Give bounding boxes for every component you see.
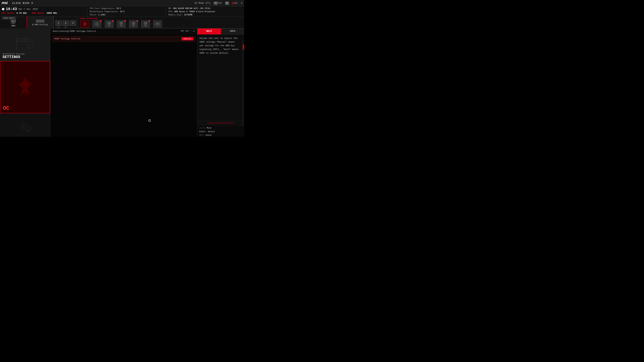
- main-layout: Motherboard settings SETTINGS OC: [0, 28, 244, 137]
- sidebar-item-oc[interactable]: OC: [0, 61, 50, 113]
- usb-label-3: USB: [108, 25, 110, 27]
- usb-label-6: USB: [144, 25, 147, 27]
- search-button[interactable]: 🔍: [225, 2, 229, 5]
- hotkey-move: ↑↓←→: Move: [200, 126, 242, 130]
- svg-rect-30: [108, 23, 110, 24]
- memory-label: Memory Size:: [168, 14, 183, 16]
- svg-rect-40: [17, 38, 30, 39]
- search-icon: 🔍: [225, 2, 229, 5]
- mb-temp-row: Motherboard Temperature: 34°C: [90, 10, 163, 13]
- profile-3-button[interactable]: 3: [70, 20, 76, 26]
- usb-drive-icon-2: [119, 21, 124, 25]
- svg-rect-20: [36, 20, 38, 22]
- ddr-speed-label: DDR Speed: [32, 12, 44, 14]
- cpu-temp-row: CPU Core Temperature: 20°C: [90, 7, 163, 10]
- svg-point-42: [27, 41, 34, 48]
- axmp-icon: [36, 19, 44, 24]
- boot-device-4[interactable]: USB U: [117, 20, 126, 27]
- boot-priority-section: Boot Priority › U ›: [78, 16, 244, 28]
- axmp-selector[interactable]: A-XMP Profile: [27, 16, 54, 28]
- oc-main-label: OC: [3, 105, 9, 111]
- hotkey-area: HOT KEY | ↩: [181, 29, 195, 33]
- cpu-name-value: AMD Ryzen 5 7600X 6-Core Processor: [174, 10, 216, 13]
- svg-point-28: [96, 23, 98, 24]
- usb-badge-4: U: [124, 20, 126, 22]
- boot-device-7[interactable]: [153, 20, 162, 27]
- divider-line: [207, 123, 234, 123]
- svg-rect-32: [120, 23, 122, 24]
- settings-main-label: SETTINGS: [2, 55, 20, 59]
- profile-1-user-badge: 1user: [57, 25, 60, 28]
- boot-device-2[interactable]: U: [92, 20, 101, 27]
- cpu-speed-label: CPU Speed: [2, 12, 14, 14]
- cpu-name-row: CPU: AMD Ryzen 5 7600X 6-Core Processor: [168, 10, 242, 13]
- usb-badge-5: U: [136, 20, 138, 22]
- boot-device-1[interactable]: [80, 20, 89, 27]
- boot-arrow-3: ›: [114, 23, 116, 25]
- back-button[interactable]: ↩: [193, 29, 195, 33]
- svg-rect-24: [44, 20, 44, 22]
- time-display: 16:43: [6, 7, 17, 11]
- panel-tabs: HELP INFO: [198, 28, 244, 34]
- svg-rect-21: [38, 20, 40, 22]
- boot-device-6[interactable]: USB U: [141, 20, 150, 27]
- sidebar-item-settings[interactable]: Motherboard settings SETTINGS: [0, 28, 50, 61]
- breadcrumb-bar: Overclocking\VDDP Voltage Control HOT KE…: [50, 28, 197, 34]
- svg-marker-44: [18, 78, 33, 96]
- top-right-controls: EZ Mode (F7) 📷 F12 🔍 En ×: [195, 1, 242, 5]
- svg-rect-39: [157, 23, 158, 24]
- logo-area: msi CLICK BIOS 5: [2, 0, 33, 6]
- nvme-icon: [155, 22, 160, 26]
- svg-text:msi: msi: [2, 1, 8, 5]
- cpu-label: CPU: [11, 25, 15, 27]
- boot-device-3[interactable]: USB U: [105, 20, 114, 27]
- date-display: Sat 7 Jan, 2023: [18, 8, 38, 10]
- sidebar-item-mflash[interactable]: Use USB to flash BIOS M-FLASH: [0, 113, 50, 137]
- cpu-speed-value: 4.70 GHz: [16, 12, 27, 14]
- lang-indicator: [232, 2, 234, 4]
- ez-mode-label[interactable]: EZ Mode (F7): [195, 2, 210, 4]
- svg-rect-34: [133, 23, 134, 24]
- language-label: En: [235, 2, 238, 4]
- help-tab[interactable]: HELP: [198, 28, 221, 34]
- profile-1-button[interactable]: 1 1user: [55, 20, 62, 26]
- mb-label: MB:: [168, 7, 172, 10]
- breadcrumb: Overclocking\VDDP Voltage Control: [53, 30, 96, 32]
- hotkey-label: HOT KEY: [181, 30, 189, 32]
- top-bar: msi CLICK BIOS 5 EZ Mode (F7) 📷 F12 🔍 En…: [0, 0, 244, 6]
- scrollbar[interactable]: [242, 39, 244, 126]
- settings-content: VDDP Voltage Control [Auto]: [50, 34, 197, 137]
- right-panel: HELP INFO Allows the user to adjust the …: [197, 28, 244, 137]
- center-info-panel: CPU Core Temperature: 20°C Motherboard T…: [87, 6, 166, 16]
- profile-2-button[interactable]: 2 2user: [62, 20, 69, 26]
- profile-2-user-badge: 2user: [64, 25, 67, 28]
- info-tab[interactable]: INFO: [221, 28, 244, 34]
- ddr-speed: DDR Speed 4800 MHz: [32, 11, 57, 14]
- left-sidebar: Motherboard settings SETTINGS OC: [0, 28, 50, 137]
- mb-temp-label: Motherboard Temperature:: [90, 10, 119, 13]
- language-button[interactable]: En: [232, 2, 238, 4]
- settings-bg-icon: [15, 35, 35, 54]
- boot-device-5[interactable]: USB U: [129, 20, 138, 27]
- vcore-row: VCore: 1.196V: [90, 13, 163, 16]
- usb-badge-6: U: [148, 20, 150, 22]
- close-button[interactable]: ×: [241, 1, 242, 5]
- game-boost-label-container: GAME BOOST: [2, 16, 16, 19]
- cpu-temp-label: CPU Core Temperature:: [90, 7, 115, 10]
- content-area: Overclocking\VDDP Voltage Control HOT KE…: [50, 28, 197, 137]
- help-content: Allows the user to adjust the VDDP volta…: [198, 34, 242, 121]
- svg-rect-36: [145, 23, 146, 24]
- vddp-voltage-row[interactable]: VDDP Voltage Control [Auto]: [52, 36, 196, 42]
- boot-devices-list: › U › USB U ›: [80, 20, 242, 27]
- screenshot-button[interactable]: 📷 F12: [214, 2, 222, 5]
- usb-drive-icon-1: [107, 21, 112, 25]
- speed-row: CPU Speed 4.70 GHz DDR Speed 4800 MHz: [2, 11, 85, 14]
- svg-rect-38: [156, 23, 157, 24]
- hdd-icon: [94, 22, 99, 26]
- msi-logo: msi: [2, 0, 11, 6]
- svg-rect-23: [42, 20, 43, 22]
- svg-rect-41: [17, 40, 27, 42]
- settings-sub-label: Motherboard settings: [2, 53, 25, 55]
- cpu-name-label: CPU:: [168, 10, 173, 13]
- svg-rect-2: [12, 20, 14, 22]
